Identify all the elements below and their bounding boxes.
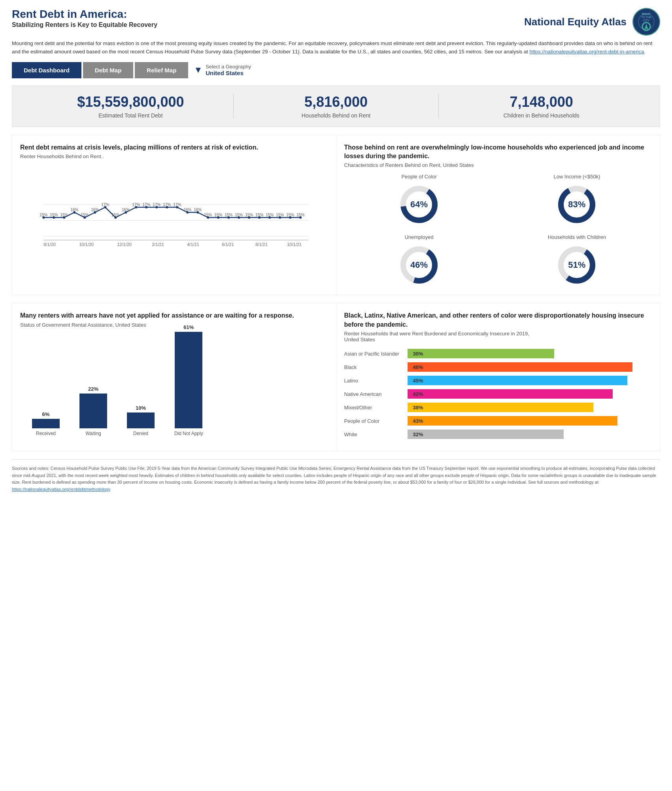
svg-text:15%: 15% bbox=[204, 213, 212, 217]
logo-circle: RIGHT TO THE CITY bbox=[632, 8, 660, 36]
svg-text:15%: 15% bbox=[245, 213, 253, 217]
hbar-track-white: 32% bbox=[408, 430, 652, 439]
bar-fill-denied bbox=[127, 413, 155, 428]
hbar-item-poc: People of Color 43% bbox=[344, 416, 652, 426]
stat-label-households: Households Behind on Rent bbox=[234, 112, 439, 119]
bar-fill-did-not-apply bbox=[175, 332, 202, 428]
geo-value: United States bbox=[206, 70, 251, 76]
geo-text: Select a Geography United States bbox=[206, 64, 251, 76]
donut-households-children: Households with Children 51% bbox=[502, 234, 652, 287]
stats-row: $15,559,800,000 Estimated Total Rent Deb… bbox=[12, 85, 660, 127]
hbar-chart-subtitle: Renter Households that were Rent Burdene… bbox=[344, 331, 652, 343]
bar-pct-denied: 10% bbox=[136, 405, 146, 411]
donut-value-poc: 64% bbox=[410, 199, 428, 210]
svg-text:15%: 15% bbox=[214, 213, 222, 217]
footer-link[interactable]: https://nationalequityatlas.org/rentdebt… bbox=[12, 487, 111, 492]
donut-label-children: Households with Children bbox=[548, 234, 606, 240]
stat-value-children: 7,148,000 bbox=[439, 94, 644, 110]
donut-people-of-color: People of Color 64% bbox=[344, 174, 494, 226]
hbar-fill-poc: 43% bbox=[408, 416, 618, 426]
header-left: Rent Debt in America: Stabilizing Renter… bbox=[12, 8, 157, 28]
donut-wrapper-children: 51% bbox=[555, 243, 598, 287]
stat-households-behind: 5,816,000 Households Behind on Rent bbox=[233, 94, 439, 119]
svg-text:16%: 16% bbox=[122, 208, 130, 212]
bar-label-waiting: Waiting bbox=[85, 431, 101, 436]
description-text: Mounting rent debt and the potential for… bbox=[12, 40, 660, 56]
hbar-track-native: 42% bbox=[408, 389, 652, 399]
hbar-item-asian: Asian or Pacific Islander 30% bbox=[344, 349, 652, 358]
donut-grid: People of Color 64% Low Income (<$50k) bbox=[344, 174, 652, 287]
hbar-track-black: 46% bbox=[408, 362, 652, 372]
svg-text:6/1/21: 6/1/21 bbox=[222, 242, 234, 247]
hbar-pct-latino: 45% bbox=[413, 378, 423, 384]
hbar-pct-asian: 30% bbox=[413, 351, 423, 357]
svg-text:2/1/21: 2/1/21 bbox=[152, 242, 164, 247]
svg-text:16%: 16% bbox=[194, 208, 202, 212]
bar-label-did-not-apply: Did Not Apply bbox=[174, 431, 203, 436]
svg-text:17%: 17% bbox=[132, 202, 140, 207]
bar-chart-area: 6% Received 22% Waiting 10% Denied bbox=[20, 333, 328, 436]
tab-relief-map[interactable]: Relief Map bbox=[135, 62, 188, 78]
svg-text:15%: 15% bbox=[111, 213, 119, 217]
description-link[interactable]: https://nationalequityatlas.org/rent-deb… bbox=[529, 49, 644, 55]
geo-selector[interactable]: ▼ Select a Geography United States bbox=[194, 64, 251, 76]
donut-value-income: 83% bbox=[568, 199, 585, 210]
hbar-fill-white: 32% bbox=[408, 430, 564, 439]
bar-chart-section: Many renters with arrears have not yet a… bbox=[12, 303, 336, 451]
hbar-cat-white: White bbox=[344, 431, 408, 437]
hbar-item-native: Native American 42% bbox=[344, 389, 652, 399]
svg-text:15%: 15% bbox=[81, 213, 89, 217]
svg-text:CITY: CITY bbox=[643, 19, 649, 22]
hbar-cat-mixed: Mixed/Other bbox=[344, 405, 408, 411]
svg-text:17%: 17% bbox=[101, 202, 109, 207]
page-title: Rent Debt in America: bbox=[12, 8, 157, 21]
bar-chart-title: Many renters with arrears have not yet a… bbox=[20, 311, 328, 320]
svg-text:15%: 15% bbox=[276, 213, 284, 217]
svg-text:10/1/20: 10/1/20 bbox=[79, 242, 94, 247]
hbar-cat-native: Native American bbox=[344, 391, 408, 397]
hbar-pct-mixed: 38% bbox=[413, 405, 423, 411]
bar-pct-waiting: 22% bbox=[88, 386, 98, 392]
bar-received: 6% Received bbox=[32, 411, 60, 436]
footer-text: Sources and notes: Census Household Puls… bbox=[12, 466, 656, 484]
donut-low-income: Low Income (<$50k) 83% bbox=[502, 174, 652, 226]
hbar-fill-asian: 30% bbox=[408, 349, 554, 358]
hbar-cat-asian: Asian or Pacific Islander bbox=[344, 351, 408, 357]
donut-label-unemployed: Unemployed bbox=[405, 234, 434, 240]
svg-text:15%: 15% bbox=[266, 213, 274, 217]
stat-value-households: 5,816,000 bbox=[234, 94, 439, 110]
bar-label-received: Received bbox=[36, 431, 56, 436]
svg-text:16%: 16% bbox=[183, 208, 191, 212]
hbar-cat-black: Black bbox=[344, 364, 408, 370]
donut-label-income: Low Income (<$50k) bbox=[553, 174, 600, 180]
top-two-col: Rent debt remains at crisis levels, plac… bbox=[12, 135, 660, 295]
svg-text:17%: 17% bbox=[142, 202, 150, 207]
hbar-chart-title: Black, Latinx, Native American, and othe… bbox=[344, 311, 652, 329]
logo-svg: RIGHT TO THE CITY bbox=[632, 8, 660, 36]
svg-text:15%: 15% bbox=[50, 213, 58, 217]
line-chart-title: Rent debt remains at crisis levels, plac… bbox=[20, 143, 328, 152]
svg-text:12/1/20: 12/1/20 bbox=[117, 242, 132, 247]
page-header: Rent Debt in America: Stabilizing Renter… bbox=[12, 8, 660, 36]
svg-text:15%: 15% bbox=[255, 213, 263, 217]
hbar-pct-black: 46% bbox=[413, 364, 423, 370]
hbar-fill-black: 46% bbox=[408, 362, 632, 372]
stat-label-rent-debt: Estimated Total Rent Debt bbox=[28, 112, 233, 119]
donut-wrapper-unemployed: 46% bbox=[397, 243, 441, 287]
svg-text:15%: 15% bbox=[286, 213, 294, 217]
filter-icon: ▼ bbox=[194, 65, 202, 75]
tab-debt-map[interactable]: Debt Map bbox=[83, 62, 134, 78]
svg-text:15%: 15% bbox=[235, 213, 243, 217]
svg-text:8/1/20: 8/1/20 bbox=[43, 242, 56, 247]
svg-text:17%: 17% bbox=[173, 202, 181, 207]
tab-debt-dashboard[interactable]: Debt Dashboard bbox=[12, 62, 81, 78]
stat-total-rent-debt: $15,559,800,000 Estimated Total Rent Deb… bbox=[28, 94, 233, 119]
svg-text:10/1/21: 10/1/21 bbox=[287, 242, 302, 247]
line-chart-subtitle: Renter Households Behind on Rent.. bbox=[20, 153, 328, 159]
stat-children: 7,148,000 Children in Behind Households bbox=[438, 94, 644, 119]
hbar-fill-native: 42% bbox=[408, 389, 613, 399]
bar-pct-received: 6% bbox=[42, 411, 50, 417]
svg-text:15%: 15% bbox=[225, 213, 232, 217]
hbar-item-mixed: Mixed/Other 38% bbox=[344, 403, 652, 412]
hbar-item-latino: Latino 45% bbox=[344, 376, 652, 385]
